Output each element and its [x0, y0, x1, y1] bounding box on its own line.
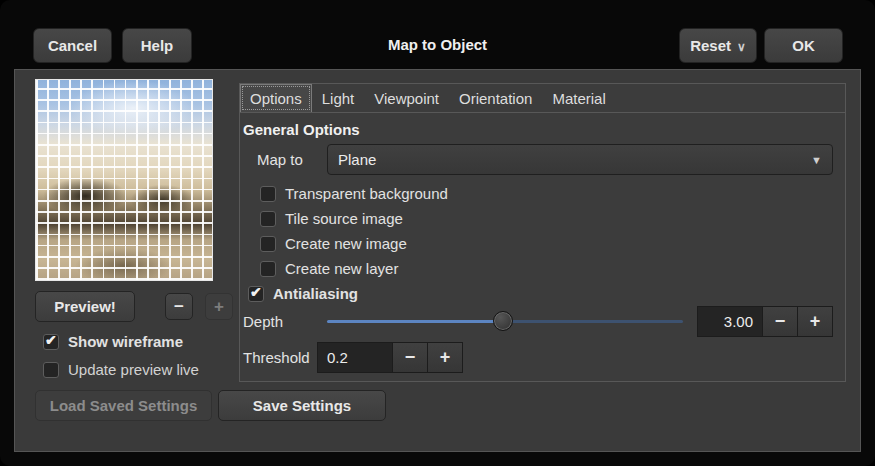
tab-orientation[interactable]: Orientation: [449, 84, 542, 112]
tile-source-image-checkbox[interactable]: [260, 211, 276, 227]
create-new-layer-label: Create new layer: [285, 260, 398, 277]
zoom-in-button: +: [205, 293, 233, 320]
depth-decrement-button[interactable]: −: [762, 306, 798, 337]
map-to-row: Map to Plane ▼: [257, 144, 833, 175]
ok-button[interactable]: OK: [764, 28, 843, 63]
checkmark-icon: ✔: [45, 332, 57, 348]
plus-icon: +: [810, 311, 821, 332]
threshold-label: Threshold: [243, 349, 317, 366]
tile-source-image-label: Tile source image: [285, 210, 403, 227]
minus-icon: −: [405, 347, 416, 368]
reset-button[interactable]: Reset ∨: [679, 28, 757, 63]
plus-icon: +: [214, 297, 224, 317]
map-to-object-dialog: Cancel Help Map to Object Reset ∨ OK Pre…: [0, 0, 875, 466]
threshold-decrement-button[interactable]: −: [392, 342, 428, 373]
zoom-out-button[interactable]: −: [165, 293, 193, 320]
show-wireframe-checkbox-row[interactable]: ✔ Show wireframe: [43, 333, 183, 350]
dialog-content: Preview! − + ✔ Show wireframe Update pre…: [14, 69, 861, 452]
antialiasing-label: Antialiasing: [273, 285, 358, 302]
update-preview-live-checkbox[interactable]: [43, 362, 59, 378]
dropdown-arrow-icon: ▼: [811, 154, 822, 166]
create-new-image-checkbox-row[interactable]: Create new image: [260, 235, 407, 252]
transparent-background-label: Transparent background: [285, 185, 448, 202]
show-wireframe-label: Show wireframe: [68, 333, 183, 350]
plus-icon: +: [440, 347, 451, 368]
depth-increment-button[interactable]: +: [797, 306, 833, 337]
update-preview-live-label: Update preview live: [68, 361, 199, 378]
preview-button[interactable]: Preview!: [35, 291, 135, 322]
create-new-layer-checkbox[interactable]: [260, 261, 276, 277]
preview-image[interactable]: [35, 79, 213, 281]
tab-options[interactable]: Options: [240, 84, 312, 112]
depth-label: Depth: [243, 313, 327, 330]
threshold-increment-button[interactable]: +: [427, 342, 463, 373]
depth-slider-handle[interactable]: [493, 311, 513, 331]
tile-source-image-checkbox-row[interactable]: Tile source image: [260, 210, 403, 227]
transparent-background-checkbox-row[interactable]: Transparent background: [260, 185, 448, 202]
save-settings-button[interactable]: Save Settings: [218, 390, 386, 421]
chevron-down-icon: ∨: [737, 40, 746, 54]
depth-slider[interactable]: [327, 306, 683, 337]
create-new-image-label: Create new image: [285, 235, 407, 252]
map-to-label: Map to: [257, 151, 327, 168]
reset-label: Reset: [690, 37, 731, 54]
tab-material[interactable]: Material: [542, 84, 615, 112]
create-new-image-checkbox[interactable]: [260, 236, 276, 252]
titlebar: Cancel Help Map to Object Reset ∨ OK: [0, 0, 875, 68]
map-to-selected-value: Plane: [338, 151, 811, 168]
tab-bar: Options Light Viewpoint Orientation Mate…: [240, 84, 845, 113]
threshold-row: Threshold 0.2 − +: [243, 342, 463, 373]
antialiasing-checkbox[interactable]: ✔: [248, 286, 264, 302]
general-options-heading: General Options: [243, 121, 360, 138]
show-wireframe-checkbox[interactable]: ✔: [43, 334, 59, 350]
depth-value-field[interactable]: 3.00: [697, 306, 763, 337]
checkmark-icon: ✔: [250, 284, 262, 300]
depth-row: Depth 3.00 − +: [243, 306, 833, 337]
load-saved-settings-button: Load Saved Settings: [35, 390, 212, 421]
minus-icon: −: [174, 297, 184, 317]
options-panel: Options Light Viewpoint Orientation Mate…: [239, 83, 846, 382]
minus-icon: −: [775, 311, 786, 332]
tab-light[interactable]: Light: [312, 84, 365, 112]
wireframe-grid-overlay: [36, 80, 212, 280]
update-preview-live-checkbox-row[interactable]: Update preview live: [43, 361, 199, 378]
threshold-value-field[interactable]: 0.2: [317, 342, 393, 373]
create-new-layer-checkbox-row[interactable]: Create new layer: [260, 260, 398, 277]
transparent-background-checkbox[interactable]: [260, 186, 276, 202]
antialiasing-checkbox-row[interactable]: ✔ Antialiasing: [248, 285, 358, 302]
tab-viewpoint[interactable]: Viewpoint: [364, 84, 449, 112]
map-to-dropdown[interactable]: Plane ▼: [327, 144, 833, 175]
